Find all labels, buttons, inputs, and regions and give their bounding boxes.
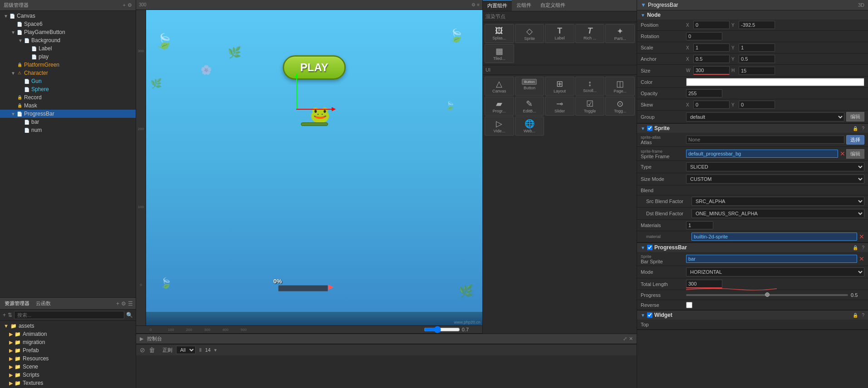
play-button[interactable]: PLAY <box>283 55 346 80</box>
widget-splash[interactable]: 🖼 Splas... <box>485 24 514 43</box>
widget-toggle[interactable]: ☑ Toggle <box>575 97 605 116</box>
asset-item-migration[interactable]: ▶ 📁 migration <box>0 338 136 346</box>
position-y-input[interactable] <box>739 21 775 29</box>
bar-sprite-input[interactable] <box>686 255 857 263</box>
dst-blend-select[interactable]: ONE_MINUS_SRC_ALPHA <box>691 209 864 218</box>
widget-page[interactable]: ◫ Page... <box>605 77 635 96</box>
skew-x-input[interactable] <box>693 101 730 109</box>
widget-tiled[interactable]: ▦ Tiled... <box>485 44 514 63</box>
asset-item-scripts[interactable]: ▶ 📁 Scripts <box>0 371 136 379</box>
atlas-input[interactable] <box>686 136 844 144</box>
materials-count-input[interactable] <box>686 221 713 229</box>
widget-editbox[interactable]: ✎ EditB... <box>515 97 544 116</box>
asset-item-assets[interactable]: ▼ 📁 assets <box>0 322 136 330</box>
console-close-icon[interactable]: ✕ <box>629 336 633 342</box>
widget-video[interactable]: ▷ Vide... <box>485 116 514 136</box>
scale-x-input[interactable] <box>693 44 730 52</box>
tree-item-bar[interactable]: 📄 bar <box>0 118 136 126</box>
atlas-select-btn[interactable]: 选择 <box>846 135 864 145</box>
widget-togglegroup[interactable]: ⊙ Togg... <box>605 97 635 116</box>
sprite-help-icon[interactable]: ? <box>862 126 864 131</box>
group-select[interactable]: default <box>686 112 844 121</box>
widget-web[interactable]: 🌐 Web... <box>515 116 544 136</box>
asset-add-icon[interactable]: + <box>116 301 119 307</box>
asset-item-animation[interactable]: ▶ 📁 Animation <box>0 330 136 338</box>
tree-item-progressbar[interactable]: ▼ 📄 ProgressBar <box>0 110 136 118</box>
bar-sprite-delete[interactable]: ✕ <box>859 255 864 262</box>
position-x-input[interactable] <box>693 21 730 29</box>
tree-item-mask[interactable]: 🔒 Mask <box>0 102 136 110</box>
mode-select[interactable]: HORIZONTAL <box>686 267 864 276</box>
tree-item-record[interactable]: 🔒 Record <box>0 93 136 102</box>
widget-label[interactable]: T Label <box>545 24 574 43</box>
asset-settings-icon[interactable]: ⚙ <box>121 301 126 307</box>
sprite-frame-delete[interactable]: ✕ <box>840 150 845 157</box>
widget-canvas[interactable]: △ Canvas <box>485 77 514 96</box>
group-edit-btn[interactable]: 编辑 <box>846 112 864 121</box>
tree-item-platformgreen[interactable]: 🔒 PlatformGreen <box>0 61 136 69</box>
hierarchy-settings-icon[interactable]: ⚙ <box>128 2 132 8</box>
asset-item-prefab[interactable]: ▶ 📁 Prefab <box>0 346 136 354</box>
reverse-checkbox[interactable] <box>686 302 692 308</box>
widget-section-header[interactable]: ▼ Widget 🔒 ? <box>637 310 868 320</box>
console-filter-icon[interactable]: 🗑 <box>149 346 155 354</box>
sprite-frame-input[interactable] <box>686 150 838 158</box>
asset-sort-icon[interactable]: ⇅ <box>8 312 12 318</box>
tree-item-playgamebutton[interactable]: ▼ 📄 PlayGameButton <box>0 28 136 36</box>
asset-search-input[interactable] <box>14 311 124 319</box>
console-all-select[interactable]: All <box>176 346 196 354</box>
widget-button[interactable]: Button Button <box>515 77 544 96</box>
console-stop-icon[interactable]: ⊘ <box>140 346 145 354</box>
pb-help-icon[interactable]: ? <box>862 245 864 250</box>
node-section-header[interactable]: ▼ Node <box>637 10 868 19</box>
widget-help-icon[interactable]: ? <box>862 313 864 318</box>
sprite-frame-edit-btn[interactable]: 编辑 <box>846 149 864 159</box>
tree-item-label[interactable]: 📄 Label <box>0 44 136 53</box>
progress-slider[interactable] <box>686 294 848 296</box>
asset-item-textures[interactable]: ▶ 📁 Textures <box>0 379 136 387</box>
console-font-down[interactable]: ▾ <box>214 347 217 353</box>
widget-rich[interactable]: T Rich ... <box>575 24 605 43</box>
tab-cloud[interactable]: 云组件 <box>512 0 536 11</box>
tab-custom[interactable]: 自定义组件 <box>536 0 570 11</box>
progressbar-enabled-checkbox[interactable] <box>647 245 652 250</box>
tree-item-num[interactable]: 📄 num <box>0 126 136 134</box>
widget-scroll[interactable]: ↕ Scroll... <box>575 77 605 96</box>
asset-tab-cloud[interactable]: 云函数 <box>34 299 53 308</box>
tree-item-background[interactable]: ▼ 📄 Background <box>0 36 136 44</box>
scale-y-input[interactable] <box>739 44 775 52</box>
zoom-slider[interactable] <box>424 326 460 333</box>
progress-thumb[interactable] <box>765 292 770 297</box>
widget-slider[interactable]: ⊸ Slider <box>545 97 574 116</box>
asset-layout-icon[interactable]: ☰ <box>128 301 133 307</box>
src-blend-select[interactable]: SRC_ALPHA <box>691 197 864 206</box>
tab-builtin[interactable]: 内置组件 <box>483 0 512 11</box>
prop-checkbox[interactable]: ▼ <box>641 2 646 8</box>
tree-item-canvas[interactable]: ▼ 📄 Canvas <box>0 12 136 20</box>
widget-particle[interactable]: ✦ Parti... <box>605 24 635 43</box>
tree-item-sphere[interactable]: 📄 Sphere <box>0 85 136 93</box>
material-delete[interactable]: ✕ <box>859 233 864 240</box>
asset-add-btn[interactable]: + <box>3 312 6 318</box>
hierarchy-add-icon[interactable]: + <box>123 2 126 8</box>
size-w-input[interactable] <box>693 66 730 75</box>
asset-tab-manager[interactable]: 资源管理器 <box>3 299 31 308</box>
material-input[interactable] <box>691 233 857 241</box>
anchor-y-input[interactable] <box>739 55 775 63</box>
size-mode-select[interactable]: CUSTOM <box>686 175 864 184</box>
progressbar-section-header[interactable]: ▼ ProgressBar 🔒 ? <box>637 243 868 252</box>
anchor-x-input[interactable] <box>693 55 730 63</box>
asset-item-resources[interactable]: ▶ 📁 Resources <box>0 354 136 363</box>
size-h-input[interactable] <box>739 67 775 75</box>
widget-sprite[interactable]: ◇ Sprite <box>515 24 544 43</box>
widget-progress[interactable]: ▰ Progr... <box>485 97 514 116</box>
asset-item-scene[interactable]: ▶ 📁 Scene <box>0 363 136 371</box>
skew-y-input[interactable] <box>739 101 775 109</box>
tree-item-gun[interactable]: 📄 Gun <box>0 77 136 85</box>
color-swatch[interactable] <box>686 78 864 86</box>
opacity-input[interactable] <box>686 89 722 97</box>
sprite-section-header[interactable]: ▼ Sprite 🔒 ? <box>637 124 868 133</box>
tree-item-play[interactable]: 📄 play <box>0 53 136 61</box>
rotation-input[interactable] <box>686 32 722 40</box>
console-expand-icon[interactable]: ⤢ <box>623 336 627 342</box>
